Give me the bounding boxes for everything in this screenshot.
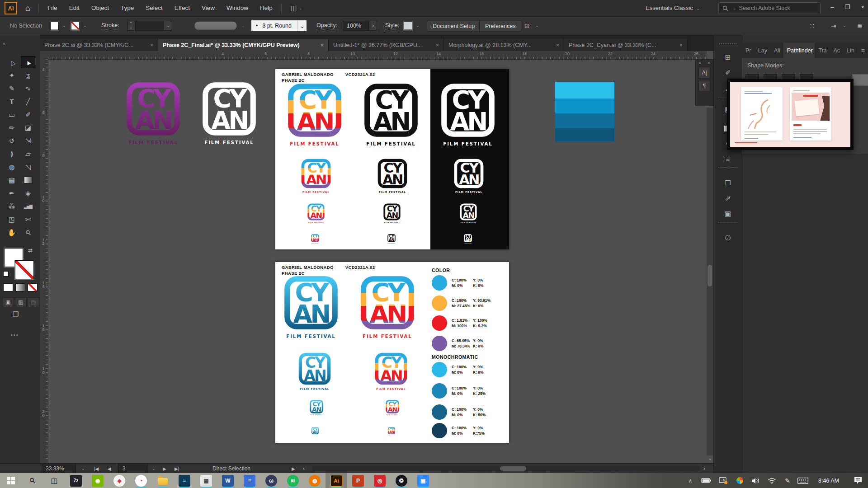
menu-file[interactable]: File [42,0,63,16]
stroke-weight-field[interactable] [135,21,163,31]
status-expand-icon[interactable]: ▶ [292,466,295,471]
artboards-panel-icon[interactable]: ▣ [714,210,742,218]
minimize-button[interactable]: – [831,4,834,10]
style-label[interactable]: Style: [385,22,399,29]
pen-icon[interactable]: ✎ [781,473,794,488]
7zip-icon[interactable]: 7z [65,473,87,488]
stroke-weight-stepper[interactable]: ⌃ ⌄ [127,21,134,31]
column-graph-tool[interactable]: ▂▅▇ [21,200,35,212]
brush-preset-caret[interactable]: ⌄ [297,20,307,31]
hand-tool[interactable]: ✋ [5,226,19,239]
preferences-button[interactable]: Preferences [479,20,521,32]
compass-browser-icon[interactable]: ◈ [108,473,130,488]
document-app-icon[interactable]: ≡ [239,473,260,488]
illustrator-icon[interactable]: Ai [326,473,347,488]
close-icon[interactable]: × [436,42,439,48]
photos-app-icon[interactable]: ▦ [195,473,217,488]
tab-links[interactable]: Lin [843,43,858,58]
brushes-panel-icon[interactable]: ✐ [714,69,742,77]
screen-mode-button[interactable]: ❐ [13,310,19,319]
rectangle-tool[interactable]: ▭ [5,108,19,121]
expand-panel-icon[interactable]: » [698,60,701,66]
menu-effect[interactable]: Effect [169,0,196,16]
discord-icon[interactable]: ω [260,473,282,488]
shape-builder-tool[interactable]: ◍ [5,161,19,173]
scrollbar-thumb[interactable] [500,466,526,471]
recorder-app-icon[interactable]: ◔ [130,473,152,488]
none-mode-button[interactable] [28,283,38,291]
tab-phase2c-final[interactable]: Phase 2C_Final.ai* @ 33.33% (CMYK/GPU Pr… [158,39,329,51]
stroke-swatch[interactable] [15,261,33,279]
file-explorer-icon[interactable] [152,473,174,488]
chevron-down-icon[interactable]: ⌄ [62,23,66,28]
chevron-down-icon[interactable]: ⌄ [416,23,420,28]
menu-help[interactable]: Help [254,0,278,16]
tab-layers[interactable]: Lay [755,43,770,58]
swap-fill-stroke-icon[interactable]: ⇄ [28,247,33,253]
wifi-icon[interactable] [764,473,779,488]
red-app-icon[interactable]: ◎ [369,473,391,488]
tab-morphology[interactable]: Morphology.ai @ 28.13% (CMY... × [444,39,564,51]
color-mode-button[interactable] [3,283,13,291]
grid-panel-icon[interactable]: ⊞ [714,53,742,61]
scroll-left-icon[interactable]: ‹ [303,465,305,472]
draw-normal-button[interactable]: ▣ [2,297,14,307]
zoom-level-field[interactable]: 33.33% [42,464,76,474]
last-artboard-button[interactable]: ▶| [175,466,179,471]
lasso-tool[interactable]: ʓ [21,69,35,81]
close-icon[interactable]: × [556,42,559,48]
floating-reference-window[interactable] [727,79,854,150]
clock[interactable]: 8:46 AM [813,473,844,488]
next-artboard-button[interactable]: ▶ [163,466,166,471]
grid-options-icon[interactable]: ∷ [810,22,814,29]
paragraph-panel-icon[interactable]: ¶ [698,80,710,92]
blender-icon[interactable]: ◍ [304,473,326,488]
tab-untitled1[interactable]: Untitled-1* @ 36.77% (RGB/GPU... × [329,39,444,51]
nvidia-icon[interactable]: ◉ [87,473,108,488]
spotify-icon[interactable]: ≋ [282,473,304,488]
tab-phase2c[interactable]: Phase 2C.ai @ 33.33% (CMYK/G... × [40,39,158,51]
close-icon[interactable]: × [150,42,153,48]
shaper-tool[interactable]: ✏ [5,122,19,134]
menu-type[interactable]: Type [115,0,140,16]
libraries-panel-icon[interactable]: ❒ [714,179,742,187]
magic-wand-tool[interactable]: ✦ [5,69,19,81]
powerpoint-icon[interactable]: P [347,473,369,488]
pen-tool[interactable]: ✎ [5,82,19,94]
touch-keyboard-icon[interactable] [795,473,811,488]
stroke-label[interactable]: Stroke: [101,22,119,29]
search-input[interactable]: ⌄ Search Adobe Stock [718,2,821,14]
selection-tool[interactable]: △ [5,56,19,68]
chevron-down-icon[interactable]: ⌄ [843,23,846,28]
gradient-mode-button[interactable] [15,283,25,291]
tab-phase2c-cyan[interactable]: Phase 2C_Cyan.ai @ 33.33% (C... × [564,39,688,51]
tray-chevron-icon[interactable]: ∧ [684,473,697,488]
globe-panel-icon[interactable]: ◶ [714,233,742,241]
expand-button[interactable] [852,74,868,86]
chevron-down-icon[interactable]: ⌄ [535,23,539,28]
perspective-grid-tool[interactable]: ◹ [21,161,35,173]
type-tool[interactable]: T [5,95,19,108]
paintbrush-tool[interactable]: ✐ [21,108,35,121]
rotate-tool[interactable]: ↺ [5,135,19,147]
tab-actions[interactable]: Ac [830,43,843,58]
fill-color-swatch[interactable] [51,22,58,30]
menu-edit[interactable]: Edit [63,0,85,16]
close-icon[interactable]: × [708,60,710,66]
tab-pathfinder[interactable]: Pathfinder [783,43,815,58]
prev-artboard-button[interactable]: ◀ [108,466,111,471]
horizontal-scrollbar[interactable] [312,466,700,471]
chevron-down-icon[interactable]: ⌄ [152,466,156,471]
stroke-weight-dropdown[interactable]: ⌄ [163,21,171,31]
word-icon[interactable]: W [217,473,239,488]
close-button[interactable]: × [861,4,864,10]
artboard-number-field[interactable]: 3 [118,464,148,474]
menu-view[interactable]: View [196,0,221,16]
stroke-panel-icon[interactable]: ≡ [714,155,742,163]
symbol-sprayer-tool[interactable]: ⁂ [5,200,19,212]
scroll-down-icon[interactable]: ⌄ [708,455,712,461]
opacity-label[interactable]: Opacity: [316,22,337,29]
style-swatch[interactable] [404,22,412,30]
close-icon[interactable]: × [679,42,683,48]
start-button[interactable] [0,473,22,488]
